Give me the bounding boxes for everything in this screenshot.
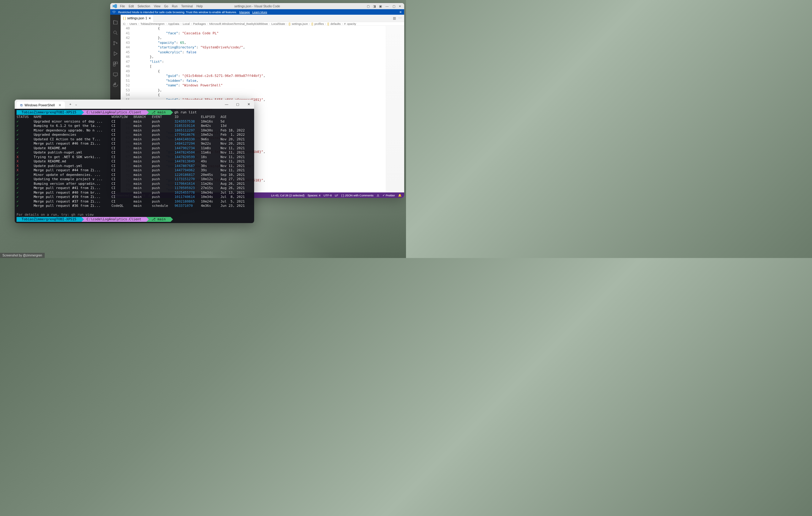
svg-rect-4	[113, 62, 115, 64]
svg-rect-8	[114, 84, 115, 85]
editor-tabs: { } settings.json 1 ✕ ▥ ⋯	[121, 15, 404, 22]
tab-dropdown-icon[interactable]: ⌄	[75, 102, 78, 106]
remote-icon[interactable]	[110, 69, 121, 80]
banner-close-icon[interactable]: ✕	[399, 10, 402, 14]
new-tab-button[interactable]: +	[67, 102, 74, 106]
menu-help[interactable]: Help	[197, 5, 203, 8]
menu-run[interactable]: Run	[172, 5, 177, 8]
menu-file[interactable]: File	[120, 5, 125, 8]
explorer-icon[interactable]	[110, 17, 121, 28]
banner-text: Restricted Mode is intended for safe cod…	[118, 10, 237, 14]
manage-link[interactable]: Manage	[239, 10, 250, 14]
breadcrumbs[interactable]: C: › Users › TobiasZimmergren › AppData …	[121, 22, 404, 26]
terminal-title-bar[interactable]: ⧉ Windows PowerShell ✕ + ⌄ — ▢ ✕	[15, 100, 254, 109]
menu-go[interactable]: Go	[164, 5, 168, 8]
window-controls: ▢ ◨ ▣ — ▢ ✕	[366, 5, 402, 8]
svg-rect-6	[113, 64, 115, 66]
menu-terminal[interactable]: Terminal	[181, 5, 193, 8]
minimize-button[interactable]: —	[384, 5, 389, 8]
terminal-tab[interactable]: ⧉ Windows PowerShell ✕	[17, 102, 65, 109]
vscode-logo-icon	[113, 4, 117, 8]
window-title: settings.json - Visual Studio Code	[234, 5, 280, 8]
feedback-icon[interactable]: ⚠	[377, 194, 379, 197]
run-debug-icon[interactable]	[110, 48, 121, 59]
tab-filename: settings.json	[127, 17, 144, 20]
screenshot-watermark: Screenshot by @zimmergren	[0, 253, 45, 258]
maximize-button[interactable]: ▢	[392, 5, 396, 8]
close-button[interactable]: ✕	[398, 5, 402, 8]
menu-bar: FileEditSelectionViewGoRunTerminalHelp	[120, 5, 203, 8]
menu-selection[interactable]: Selection	[138, 5, 150, 8]
docker-icon[interactable]	[110, 80, 121, 90]
tab-badge: 1	[145, 17, 147, 20]
encoding-status[interactable]: UTF-8	[324, 194, 332, 197]
menu-view[interactable]: View	[154, 5, 161, 8]
layout-icon-1[interactable]: ▢	[366, 5, 370, 8]
tab-settings-json[interactable]: { } settings.json 1 ✕	[121, 15, 154, 22]
eol-status[interactable]: LF	[335, 194, 338, 197]
svg-point-1	[114, 42, 115, 42]
menu-edit[interactable]: Edit	[128, 5, 134, 8]
more-actions-icon[interactable]: ⋯	[398, 16, 402, 20]
minimize-button[interactable]: —	[221, 100, 232, 109]
svg-rect-5	[116, 62, 118, 64]
svg-point-0	[114, 31, 116, 34]
layout-icon-2[interactable]: ◨	[372, 5, 376, 8]
minimap[interactable]	[386, 26, 404, 192]
indent-status[interactable]: Spaces: 4	[308, 194, 320, 197]
tab-close-icon[interactable]: ✕	[58, 103, 61, 107]
tab-close-icon[interactable]: ✕	[148, 17, 151, 20]
split-editor-icon[interactable]: ▥	[393, 16, 396, 20]
svg-rect-10	[115, 83, 116, 84]
language-mode[interactable]: { } JSON with Comments	[341, 194, 374, 197]
windows-terminal-window: ⧉ Windows PowerShell ✕ + ⌄ — ▢ ✕ TobiasZ…	[15, 100, 254, 223]
powershell-icon: ⧉	[20, 103, 23, 107]
svg-point-2	[114, 44, 115, 45]
restricted-mode-banner: 🛡 Restricted Mode is intended for safe c…	[110, 9, 404, 15]
json-file-icon: { }	[123, 17, 126, 20]
layout-icon-3[interactable]: ▣	[378, 5, 382, 8]
vscode-title-bar[interactable]: FileEditSelectionViewGoRunTerminalHelp s…	[110, 3, 404, 9]
source-control-icon[interactable]	[110, 38, 121, 48]
terminal-content[interactable]: TobiasZimmergren@TOBI-XPS15 C:\code\LogA…	[15, 109, 254, 223]
svg-rect-9	[115, 84, 116, 85]
svg-rect-7	[113, 73, 118, 76]
cursor-position[interactable]: Ln 43, Col 26 (2 selected)	[271, 194, 304, 197]
extensions-icon[interactable]	[110, 59, 121, 69]
shield-icon: 🛡	[113, 10, 116, 14]
close-button[interactable]: ✕	[243, 100, 254, 109]
prettier-status[interactable]: ✓ Prettier	[382, 194, 395, 197]
maximize-button[interactable]: ▢	[232, 100, 243, 109]
notifications-icon[interactable]: 🔔	[398, 194, 402, 197]
search-icon[interactable]	[110, 28, 121, 38]
terminal-tab-title: Windows PowerShell	[25, 103, 55, 107]
learn-more-link[interactable]: Learn More	[252, 10, 267, 14]
